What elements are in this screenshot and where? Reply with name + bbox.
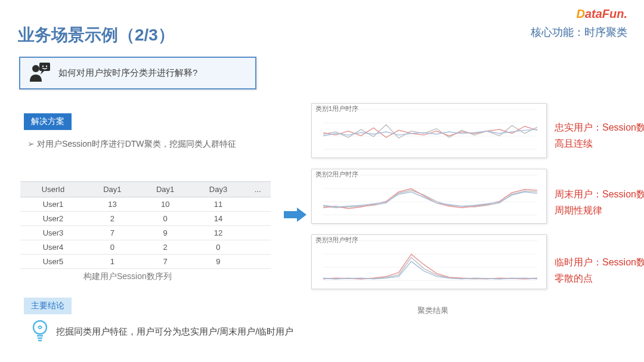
table-cell: 7 (139, 255, 192, 269)
col-header: Day1 (86, 182, 139, 197)
chart-note-1: 忠实用户：Session数较高且连续 (555, 119, 644, 151)
table-cell (244, 255, 271, 269)
table-row: User4020 (20, 240, 271, 255)
svg-point-0 (32, 65, 39, 72)
table-cell: 0 (86, 240, 139, 255)
table-cell (244, 240, 271, 255)
arrow-right-icon (284, 206, 308, 225)
cluster-charts: 类别1用户时序 类别2用户时序 类别3用户时序 (311, 103, 547, 300)
col-header: ... (244, 182, 271, 197)
col-header: Day3 (192, 182, 245, 197)
table-row: User1131011 (20, 197, 271, 212)
table-row: User37912 (20, 226, 271, 240)
table-cell: 14 (192, 212, 245, 226)
cluster-chart-1: 类别1用户时序 (311, 103, 547, 158)
person-speech-icon (27, 61, 51, 85)
table-cell: User1 (20, 197, 86, 212)
svg-point-4 (33, 321, 47, 334)
table-cell: 0 (192, 240, 245, 255)
table-cell (244, 226, 271, 240)
lightbulb-icon (30, 318, 50, 345)
question-box: 如何对用户按时序分类并进行解释? (19, 57, 256, 89)
svg-point-3 (46, 65, 47, 66)
charts-caption: 聚类结果 (417, 305, 448, 316)
cluster-chart-3: 类别3用户时序 (311, 234, 547, 289)
table-cell (244, 197, 271, 212)
conclusion-row: 挖掘同类用户特征，用户可分为忠实用户/周末用户/临时用户 (30, 318, 293, 345)
table-cell: User3 (20, 226, 86, 240)
page-title: 业务场景示例（2/3） (18, 24, 175, 47)
table-cell: 10 (139, 197, 192, 212)
chart-note-3: 临时用户：Session数为零散的点 (555, 254, 644, 286)
table-cell: 0 (139, 212, 192, 226)
chart-note-2: 周末用户：Session数有周期性规律 (555, 186, 644, 218)
table-row: User22014 (20, 212, 271, 226)
table-cell: User4 (20, 240, 86, 255)
conclusion-text: 挖掘同类用户特征，用户可分为忠实用户/周末用户/临时用户 (56, 326, 293, 338)
svg-marker-8 (284, 208, 306, 222)
core-feature-label: 核心功能：时序聚类 (531, 25, 627, 39)
col-header: Day1 (139, 182, 192, 197)
table-cell: User5 (20, 255, 86, 269)
table-cell: 2 (86, 212, 139, 226)
logo: DataFun. (576, 7, 627, 21)
solution-text: 对用户Session时序进行DTW聚类，挖掘同类人群特征 (27, 139, 236, 150)
cluster-chart-2: 类别2用户时序 (311, 169, 547, 224)
table-cell: 7 (86, 226, 139, 240)
svg-point-2 (42, 65, 44, 66)
table-cell: 9 (192, 255, 245, 269)
table-caption: 构建用户Session数序列 (83, 271, 172, 282)
question-text: 如何对用户按时序分类并进行解释? (58, 67, 197, 79)
table-cell (244, 212, 271, 226)
table-cell: 11 (192, 197, 245, 212)
solution-tag: 解决方案 (24, 113, 72, 130)
table-cell: 9 (139, 226, 192, 240)
col-header: UserId (20, 182, 86, 197)
session-table: UserIdDay1Day1Day3... User1131011User220… (20, 181, 271, 269)
table-cell: 1 (86, 255, 139, 269)
table-cell: User2 (20, 212, 86, 226)
table-row: User5179 (20, 255, 271, 269)
table-cell: 13 (86, 197, 139, 212)
conclusion-tag: 主要结论 (24, 298, 72, 314)
svg-rect-1 (39, 63, 50, 71)
table-cell: 2 (139, 240, 192, 255)
table-cell: 12 (192, 226, 245, 240)
